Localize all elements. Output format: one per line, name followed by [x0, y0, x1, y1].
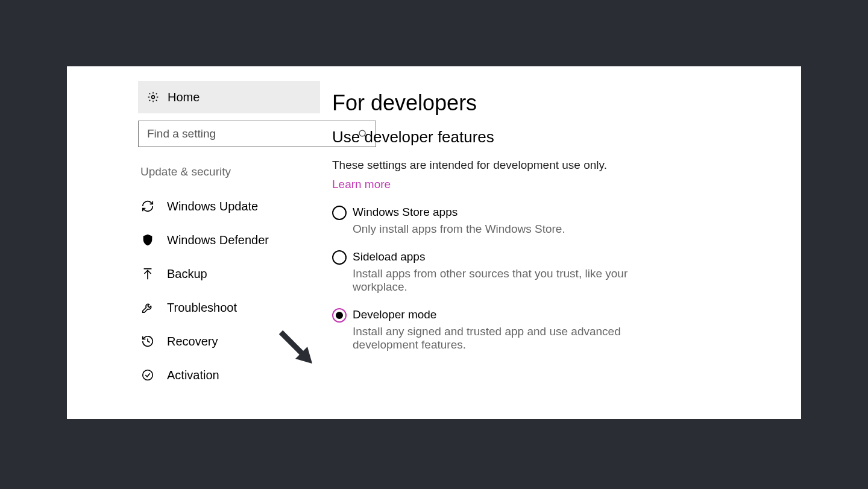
main-panel: For developers Use developer features Th…: [320, 76, 801, 419]
sidebar-item-activation[interactable]: Activation: [138, 358, 320, 392]
nav-label: Recovery: [167, 335, 218, 349]
content: Home Update & security Windows Update: [67, 76, 801, 419]
radio-icon: [332, 250, 347, 265]
description: These settings are intended for developm…: [332, 159, 765, 172]
nav-label: Windows Defender: [167, 233, 269, 247]
radio-developer-mode[interactable]: Developer mode Install any signed and tr…: [332, 308, 765, 352]
radio-desc: Install apps from other sources that you…: [353, 267, 654, 294]
radio-desc: Install any signed and trusted app and u…: [353, 325, 654, 352]
check-circle-icon: [140, 368, 155, 382]
svg-point-0: [152, 96, 155, 99]
radio-desc: Only install apps from the Windows Store…: [353, 222, 565, 236]
settings-window: Home Update & security Windows Update: [67, 66, 801, 419]
radio-icon: [332, 206, 347, 220]
shield-icon: [140, 233, 155, 247]
radio-sideload-apps[interactable]: Sideload apps Install apps from other so…: [332, 250, 765, 294]
radio-windows-store-apps[interactable]: Windows Store apps Only install apps fro…: [332, 206, 765, 236]
home-label: Home: [168, 90, 200, 104]
sidebar-item-windows-defender[interactable]: Windows Defender: [138, 223, 320, 257]
svg-point-5: [143, 370, 153, 380]
backup-icon: [140, 267, 155, 281]
learn-more-link[interactable]: Learn more: [332, 178, 391, 191]
history-icon: [140, 334, 155, 349]
sidebar-item-troubleshoot[interactable]: Troubleshoot: [138, 291, 320, 324]
sidebar-category: Update & security: [140, 165, 320, 178]
radio-title: Developer mode: [353, 308, 654, 321]
radio-title: Sideload apps: [353, 250, 654, 263]
nav-label: Troubleshoot: [167, 301, 237, 315]
nav-label: Windows Update: [167, 200, 258, 213]
nav-label: Activation: [167, 368, 219, 382]
home-button[interactable]: Home: [138, 81, 320, 113]
sidebar-item-backup[interactable]: Backup: [138, 257, 320, 291]
page-title: For developers: [332, 90, 765, 116]
nav-label: Backup: [167, 267, 207, 281]
radio-icon: [332, 308, 347, 323]
sidebar-item-windows-update[interactable]: Windows Update: [138, 189, 320, 223]
radio-title: Windows Store apps: [353, 206, 565, 219]
section-title: Use developer features: [332, 128, 765, 147]
wrench-icon: [140, 300, 155, 315]
sidebar-item-recovery[interactable]: Recovery: [138, 324, 320, 358]
sync-icon: [140, 199, 155, 213]
gear-icon: [147, 91, 159, 103]
sidebar: Home Update & security Windows Update: [67, 76, 320, 419]
